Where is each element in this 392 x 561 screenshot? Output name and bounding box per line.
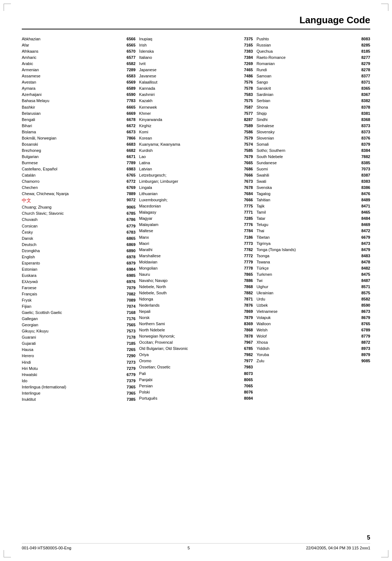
list-item: Quechua8185 [257,48,370,55]
language-code: 8679 [356,315,370,321]
list-item: Arabic6582 [22,61,135,67]
language-code: 7082 [122,291,135,297]
columns-wrapper: Abkhazian6566Afar6565Afrikaans6570Amhari… [22,36,370,403]
language-name: Magyar [139,215,239,222]
language-name: Frysk [22,297,122,303]
list-item: Français7082 [22,291,135,297]
language-name: Français [22,291,122,297]
language-name: Ndebele, North [139,284,239,290]
language-name: Kalaallisut [139,79,239,85]
language-code: 7679 [239,154,253,160]
language-code: 7983 [239,364,253,370]
list-item: Sindhi8368 [257,117,370,123]
language-code: 8673 [356,308,370,315]
list-item: Shona8378 [257,104,370,110]
language-code: 8872 [356,339,370,346]
language-code: 7665 [239,160,253,166]
language-name: Bengali [22,117,122,123]
language-name: Shona [257,104,356,110]
language-code: 6682 [122,148,135,154]
corner-mark-bl [4,550,11,557]
list-item: Chechen6769 [22,185,135,191]
language-name: Bihari [22,123,122,129]
list-item: Occitan; Provencal7967 [139,339,253,346]
language-code: 7168 [122,310,135,316]
language-code: 8575 [356,290,370,296]
language-name: Dansk [22,235,122,242]
list-item: Suomi7073 [257,166,370,172]
language-code: 6978 [122,254,135,260]
language-code: 8369 [239,321,253,327]
language-code: 8185 [356,48,370,55]
language-name: Sotho; Southern [257,148,356,154]
language-name: Sundanese [257,160,356,166]
list-item: Brezhoneg6682 [22,148,135,154]
language-code: 7868 [239,327,253,333]
language-code: 6678 [122,117,135,123]
language-code: 7186 [239,234,253,241]
list-item: Dzongkha6890 [22,248,135,254]
language-code: 6789 [356,327,370,333]
list-item: Tatar8484 [257,215,370,222]
language-name: Faroese [22,285,122,291]
language-code: 7775 [239,203,253,209]
language-name: Tamil [257,209,356,215]
language-code: 7868 [239,284,253,290]
language-code: 6671 [122,154,135,160]
language-code: 7678 [239,185,253,191]
list-item: Komi7586 [139,129,253,135]
language-code: 7878 [239,333,253,339]
language-name: Persian [139,383,239,389]
language-name: Fijian [22,303,122,310]
language-code: 6985 [122,273,135,279]
language-name: Kazakh [139,98,239,104]
language-code: 6779 [122,372,135,378]
list-item: Kernewek7587 [139,104,253,110]
language-code: 7073 [356,166,370,172]
list-item: Inupiaq7375 [139,36,253,42]
language-code: 8377 [356,73,370,79]
language-code: 7089 [122,297,135,303]
language-name: Welsh [257,327,356,333]
language-code: 6669 [122,110,135,117]
language-code: 6672 [122,123,135,129]
language-name: Samoan [257,73,356,79]
language-name: Corsican [22,223,122,229]
language-name: Tswana [257,259,356,265]
language-code: 7666 [239,172,253,178]
language-name: Nauru [139,271,239,278]
language-code: 6890 [122,248,135,254]
language-name: Ndebele, South [139,290,239,296]
language-name: Hindi [22,359,122,366]
language-code: 6786 [122,217,135,223]
language-name: Georgian [22,322,122,328]
list-item: Limburgan; Limburger7673 [139,178,253,185]
language-name: Português [139,395,239,401]
language-name: Ndonga [139,296,239,302]
language-name: South Ndebele [257,154,356,160]
language-code: 6785 [239,346,253,352]
language-code: 7587 [239,104,253,110]
list-item: Belarusian6669 [22,110,135,117]
language-code: 7778 [239,265,253,271]
list-item: Corsican6779 [22,223,135,229]
language-name: Esperanto [22,260,122,266]
language-code: 8386 [356,185,370,191]
list-item: Ndonga7871 [139,296,253,302]
language-code: 8382 [356,98,370,104]
list-item: Ndebele, North7868 [139,284,253,290]
list-item: Tajik8471 [257,203,370,209]
list-item: Kannada7578 [139,85,253,92]
language-name: Svenska [257,185,356,191]
list-item: Norwegian Nynorsk;7878 [139,333,253,339]
language-name: Khmer [139,110,239,117]
language-code: 6673 [122,129,135,135]
list-item: Bashkir6665 [22,104,135,110]
language-name: Sango [257,79,356,85]
language-code: 6589 [122,85,135,92]
list-item: Uzbek8590 [257,302,370,308]
list-item: Urdu8582 [257,296,370,302]
list-item: Gikuyu; Kikuyu7573 [22,328,135,334]
list-item: Aymara6589 [22,85,135,92]
language-name: Letzeburgesch; [139,172,239,178]
